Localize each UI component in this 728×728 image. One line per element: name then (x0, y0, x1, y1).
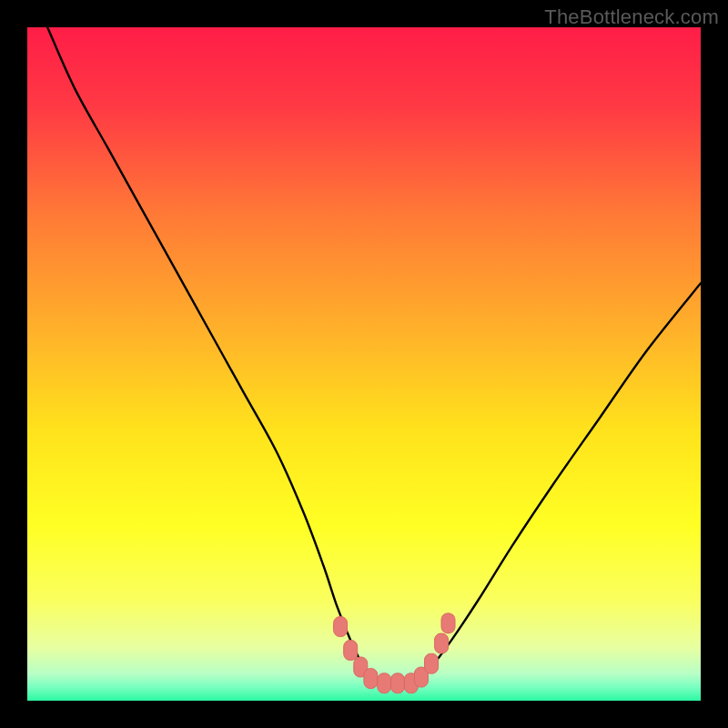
curve-marker (344, 641, 358, 661)
curve-marker (425, 653, 439, 673)
curve-marker (435, 633, 449, 653)
bottleneck-curve-path (47, 27, 701, 684)
curve-marker (391, 673, 405, 693)
curve-layer (27, 27, 701, 701)
watermark-label: TheBottleneck.com (544, 5, 719, 29)
curve-marker (441, 613, 455, 633)
plot-area (27, 27, 701, 701)
marker-group (334, 613, 455, 693)
curve-marker (364, 669, 378, 689)
chart-frame: TheBottleneck.com (0, 0, 728, 728)
curve-marker (334, 617, 348, 637)
curve-marker (378, 673, 391, 693)
